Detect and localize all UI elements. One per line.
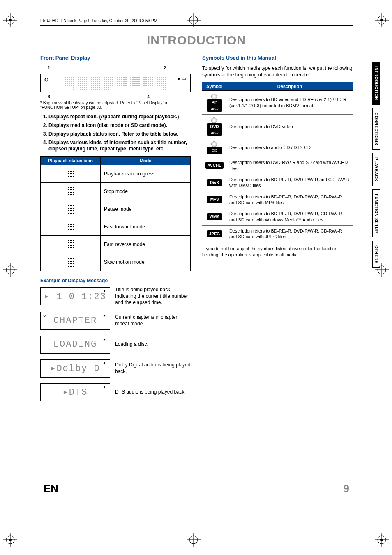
disc-icon bbox=[211, 94, 217, 99]
disc-sd-icon: ● ▭ bbox=[177, 76, 186, 81]
status-row: Playback is in progress bbox=[101, 165, 191, 183]
stop-icon bbox=[66, 187, 75, 196]
pause-icon bbox=[66, 205, 75, 214]
ff-icon bbox=[66, 222, 75, 231]
front-panel-heading: Front Panel Display bbox=[40, 55, 191, 62]
fr-icon bbox=[66, 240, 75, 249]
sym-th-symbol: Symbol bbox=[202, 82, 227, 91]
status-th-mode: Mode bbox=[101, 157, 191, 165]
crop-mark-icon bbox=[375, 533, 389, 547]
symbols-heading: Symbols Used in this Manual bbox=[202, 55, 353, 62]
example-row: LOADING●Loading a disc. bbox=[40, 336, 191, 354]
play-icon bbox=[66, 169, 75, 178]
symbol-table: Symbol Description BDVIDEODescription re… bbox=[202, 82, 353, 242]
symbol-desc: Description refers to BD-RE/-R, DVD-RW/-… bbox=[227, 225, 353, 242]
fp-item-4: Displays various kinds of information su… bbox=[48, 140, 191, 152]
crop-mark-icon bbox=[3, 533, 17, 547]
fp-item-2: Displays media icon (disc mode or SD car… bbox=[48, 122, 191, 129]
symbol-badge: AVCHD bbox=[205, 162, 224, 169]
symbol-cell: MP3 bbox=[202, 191, 227, 208]
fp-label-2: 2 bbox=[164, 65, 166, 70]
repeat-icon: ↻ bbox=[44, 76, 49, 83]
example-desc: Title is being played back.Indicating th… bbox=[115, 287, 191, 306]
disc-icon: ● bbox=[103, 289, 106, 293]
symbol-badge: DivX bbox=[207, 179, 222, 186]
symbol-cell: AVCHD bbox=[202, 157, 227, 174]
sym-th-desc: Description bbox=[227, 82, 353, 91]
symbol-desc: Description refers to BD-RE/-R, DVD-RW/-… bbox=[227, 174, 353, 191]
symbol-desc: Description refers to DVD-video bbox=[227, 115, 353, 138]
crop-mark-icon bbox=[3, 263, 17, 277]
symbols-footnote: If you do not find any of the symbols li… bbox=[202, 246, 353, 258]
status-row: Slow motion mode bbox=[101, 253, 191, 271]
symbol-desc: Description refers to BD-video and BD-RE… bbox=[227, 91, 353, 115]
status-th-icon: Playback status icon bbox=[41, 157, 101, 165]
symbol-cell: CD bbox=[202, 138, 227, 157]
symbol-badge: BDVIDEO bbox=[207, 99, 222, 112]
symbol-desc: Description refers to DVD-RW/-R and SD c… bbox=[227, 157, 353, 174]
symbol-cell: JPEG bbox=[202, 225, 227, 242]
example-display: ▸Dolby D● bbox=[40, 359, 110, 378]
symbol-badge: JPEG bbox=[207, 230, 222, 237]
status-row: Pause mode bbox=[101, 200, 191, 218]
symbol-cell: DVDVIDEO bbox=[202, 115, 227, 138]
status-row: Fast reverse mode bbox=[101, 236, 191, 253]
tab-playback[interactable]: PLAYBACK bbox=[372, 153, 380, 186]
example-row: ▸ 1 0 1:23●Title is being played back.In… bbox=[40, 287, 191, 306]
disc-icon: ● bbox=[103, 337, 106, 342]
disc-icon: ● bbox=[103, 385, 106, 389]
fp-label-4: 4 bbox=[147, 94, 150, 99]
tab-function-setup[interactable]: FUNCTION SETUP bbox=[372, 189, 380, 237]
symbol-desc: Description refers to BD-RE/-R, DVD-RW/-… bbox=[227, 191, 353, 208]
symbol-cell: BDVIDEO bbox=[202, 91, 227, 115]
symbol-badge: DVDVIDEO bbox=[207, 123, 222, 136]
status-row: Fast forward mode bbox=[101, 218, 191, 236]
example-display: ▸DTS● bbox=[40, 383, 110, 401]
side-tabs: INTRODUCTION CONNECTIONS PLAYBACK FUNCTI… bbox=[372, 62, 380, 268]
symbol-cell: WMA bbox=[202, 208, 227, 226]
symbol-badge: WMA bbox=[207, 213, 222, 220]
page-title: INTRODUCTION bbox=[40, 33, 353, 47]
front-panel-display: ↻ ● ▭ bbox=[40, 74, 191, 92]
disc-icon: ● bbox=[103, 313, 106, 318]
example-desc: Loading a disc. bbox=[115, 341, 148, 348]
example-display: CHAPTER●↻ bbox=[40, 312, 110, 330]
symbol-desc: Description refers to BD-RE/-R, DVD-RW/-… bbox=[227, 208, 353, 226]
crop-mark-icon bbox=[375, 13, 389, 27]
example-row: ▸DTS●DTS audio is being played back. bbox=[40, 383, 191, 401]
front-panel-list: Displays repeat icon. (Appears during re… bbox=[40, 114, 191, 152]
disc-icon: ● bbox=[103, 361, 106, 366]
example-desc: Current chapter is in chapter repeat mod… bbox=[115, 314, 191, 327]
symbol-cell: DivX bbox=[202, 174, 227, 191]
fp-label-1: 1 bbox=[48, 65, 50, 70]
tab-others[interactable]: OTHERS bbox=[372, 241, 380, 268]
status-table: Playback status icon Mode Playback is in… bbox=[40, 156, 191, 271]
example-desc: DTS audio is being played back. bbox=[115, 389, 186, 396]
fp-label-3: 3 bbox=[48, 94, 50, 99]
disc-icon bbox=[211, 117, 217, 123]
example-desc: Dolby Digital audio is being played back… bbox=[115, 362, 191, 375]
symbol-desc: Description refers to audio CD / DTS-CD bbox=[227, 138, 353, 157]
example-row: ▸Dolby D●Dolby Digital audio is being pl… bbox=[40, 359, 191, 378]
tab-introduction[interactable]: INTRODUCTION bbox=[372, 62, 380, 105]
slow-icon bbox=[66, 258, 75, 267]
fp-footnote: * Brightness of the display can be adjus… bbox=[40, 101, 191, 110]
document-header: E5RJ0BD_EN.book Page 9 Tuesday, October … bbox=[40, 18, 353, 26]
repeat-icon: ↻ bbox=[43, 313, 46, 318]
example-display: ▸ 1 0 1:23● bbox=[40, 287, 110, 305]
crop-mark-icon bbox=[3, 13, 17, 27]
tab-connections[interactable]: CONNECTIONS bbox=[372, 108, 380, 150]
crop-mark-icon bbox=[187, 533, 201, 547]
disc-icon bbox=[211, 141, 217, 147]
symbol-badge: MP3 bbox=[207, 196, 222, 203]
example-row: CHAPTER●↻Current chapter is in chapter r… bbox=[40, 312, 191, 330]
fp-item-3: Displays playback status icon. Refer to … bbox=[48, 131, 191, 137]
symbol-badge: CD bbox=[207, 147, 222, 154]
example-display: LOADING● bbox=[40, 336, 110, 354]
symbols-intro: To specify for which media type each fun… bbox=[202, 65, 353, 78]
fp-item-1: Displays repeat icon. (Appears during re… bbox=[48, 114, 191, 120]
examples-heading: Example of Display Message bbox=[40, 278, 191, 283]
footer-page: 9 bbox=[344, 482, 349, 495]
footer-lang: EN bbox=[44, 482, 58, 495]
status-row: Stop mode bbox=[101, 183, 191, 200]
